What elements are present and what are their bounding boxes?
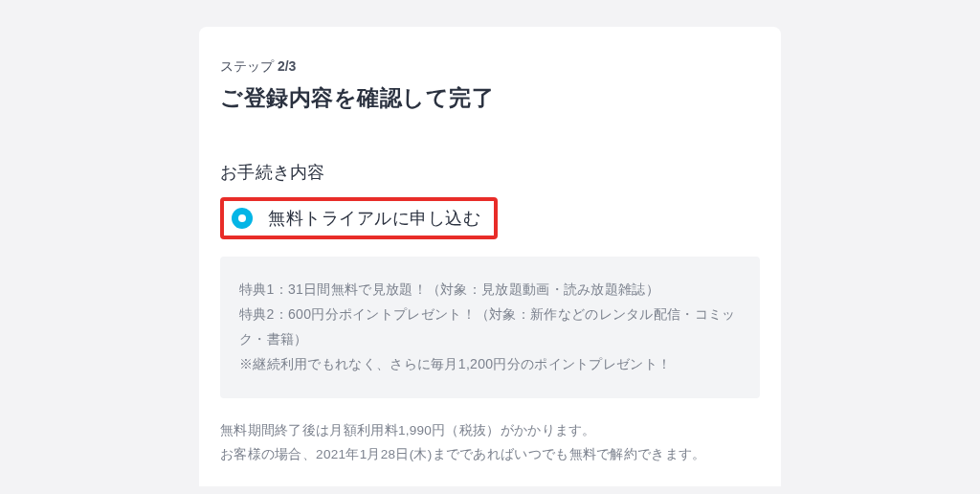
registration-card: ステップ 2/3 ご登録内容を確認して完了 お手続き内容 無料トライアルに申し込… bbox=[199, 27, 781, 486]
free-trial-label: 無料トライアルに申し込む bbox=[268, 207, 480, 230]
fine-print: 無料期間終了後は月額利用料1,990円（税抜）がかかります。 お客様の場合、20… bbox=[220, 419, 760, 467]
fine-print-line-2: お客様の場合、2021年1月28日(木)までであればいつでも無料で解約できます。 bbox=[220, 443, 760, 467]
benefit-line-2: 特典2：600円分ポイントプレゼント！（対象：新作などのレンタル配信・コミック・… bbox=[239, 303, 741, 352]
step-prefix: ステップ bbox=[220, 58, 278, 74]
step-indicator: ステップ 2/3 bbox=[220, 58, 760, 76]
radio-selected-icon bbox=[232, 208, 253, 229]
benefit-line-3: ※継続利用でもれなく、さらに毎月1,200円分のポイントプレゼント！ bbox=[239, 352, 741, 377]
page-title: ご登録内容を確認して完了 bbox=[220, 83, 760, 113]
free-trial-option-highlight[interactable]: 無料トライアルに申し込む bbox=[220, 197, 498, 239]
section-heading: お手続き内容 bbox=[220, 161, 760, 184]
benefit-line-1: 特典1：31日間無料で見放題！（対象：見放題動画・読み放題雑誌） bbox=[239, 278, 741, 303]
step-current: 2 bbox=[278, 58, 285, 74]
fine-print-line-1: 無料期間終了後は月額利用料1,990円（税抜）がかかります。 bbox=[220, 419, 760, 443]
benefits-box: 特典1：31日間無料で見放題！（対象：見放題動画・読み放題雑誌） 特典2：600… bbox=[220, 257, 760, 398]
step-total: 3 bbox=[289, 58, 297, 74]
